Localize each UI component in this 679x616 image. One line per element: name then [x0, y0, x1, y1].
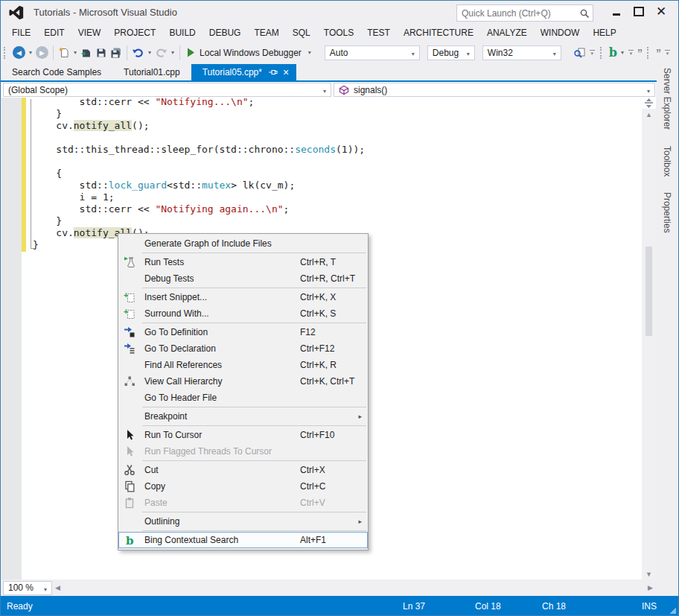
menu-item-label: Debug Tests [144, 273, 194, 284]
new-file-icon [58, 47, 70, 59]
menubar-item-architecture[interactable]: ARCHITECTURE [397, 25, 480, 41]
bing-dropdown[interactable]: ▾ [621, 49, 624, 56]
close-button[interactable]: ✕ [650, 2, 672, 20]
scroll-up-arrow-icon[interactable]: ▲ [642, 111, 656, 118]
menubar-item-window[interactable]: WINDOW [534, 25, 587, 41]
menu-item-go-to-declaration[interactable]: Go To DeclarationCtrl+F12 [118, 340, 368, 357]
editor-bottom-bar: 100 % ▾ ◀ ▶ [1, 580, 656, 596]
menu-item-breakpoint[interactable]: Breakpoint▸ [118, 408, 368, 425]
save-all-button[interactable] [109, 44, 124, 62]
menubar-item-help[interactable]: HELP [586, 25, 622, 41]
toolbar-overflow-button[interactable]: ▾ [665, 50, 670, 56]
pin-icon[interactable] [268, 68, 278, 77]
redo-button[interactable] [153, 44, 169, 62]
scroll-right-arrow-icon[interactable]: ▶ [648, 584, 653, 591]
side-tab-server-explorer[interactable]: Server Explorer [662, 68, 672, 130]
menu-shortcut: Ctrl+F12 [300, 343, 334, 354]
undo-button[interactable] [130, 44, 146, 62]
menu-item-insert-snippet[interactable]: +Insert Snippet...Ctrl+K, X [118, 289, 368, 305]
horizontal-scrollbar-track[interactable] [63, 582, 645, 594]
status-character-number: Ch 18 [542, 601, 566, 612]
submenu-arrow-icon: ▸ [358, 518, 362, 525]
undo-dropdown[interactable]: ▾ [148, 49, 151, 56]
menubar-item-test[interactable]: TEST [360, 25, 397, 41]
quote-snippet-icon[interactable]: ” [656, 47, 661, 59]
solution-configuration-dropdown[interactable]: Auto ▾ [325, 45, 420, 60]
redo-dropdown[interactable]: ▾ [171, 49, 174, 56]
debugger-dropdown[interactable]: ▾ [308, 49, 311, 56]
side-tab-properties[interactable]: Properties [662, 192, 672, 233]
menu-item-copy[interactable]: CopyCtrl+C [118, 478, 368, 495]
zoom-dropdown[interactable]: 100 % ▾ [3, 581, 52, 595]
code-text[interactable]: std::cerr << "Notifying...\n"; } cv.noti… [1, 96, 365, 251]
toolbar-grip[interactable] [647, 47, 651, 59]
new-file-button[interactable] [57, 44, 71, 62]
scroll-left-arrow-icon[interactable]: ◀ [55, 584, 60, 591]
tab-tutorial01-cpp[interactable]: Tutorial01.cpp [112, 64, 191, 80]
side-tab-toolbox[interactable]: Toolbox [662, 146, 672, 177]
menu-separator [142, 288, 366, 288]
code-line [33, 132, 365, 144]
menu-item-cut[interactable]: CutCtrl+X [118, 462, 368, 478]
toolbar-grip[interactable] [600, 47, 604, 59]
bing-search-button[interactable]: b [608, 44, 619, 62]
quick-launch-search[interactable] [456, 4, 593, 22]
resize-grip[interactable] [670, 608, 676, 614]
close-tab-icon[interactable]: × [283, 67, 289, 77]
search-icon[interactable] [579, 8, 590, 19]
menu-item-go-to-header-file[interactable]: Go To Header File [118, 390, 368, 406]
menu-item-run-tests[interactable]: Run TestsCtrl+R, T [118, 254, 368, 270]
menu-item-debug-tests[interactable]: Debug TestsCtrl+R, Ctrl+T [118, 270, 368, 287]
chevron-down-icon: ▾ [412, 51, 415, 57]
maximize-button[interactable] [628, 2, 650, 20]
split-window-handle-icon[interactable] [642, 98, 656, 109]
menubar-item-project[interactable]: PROJECT [107, 25, 162, 41]
tab-label: Tutorial05.cpp* [203, 67, 262, 77]
title-bar[interactable]: Tutorials - Microsoft Visual Studio ✕ [1, 1, 678, 25]
scrollbar-thumb[interactable] [645, 247, 652, 336]
open-file-button[interactable] [79, 44, 94, 62]
navigate-back-button[interactable]: ◀ [11, 44, 27, 62]
menubar-item-file[interactable]: FILE [5, 25, 37, 41]
platform-dropdown[interactable]: Win32 ▾ [482, 45, 561, 60]
toolbar-overflow-button[interactable]: ▾ [628, 50, 634, 56]
member-dropdown[interactable]: signals() ▾ [334, 83, 655, 97]
toolbar-overflow-button[interactable]: ▾ [590, 50, 595, 56]
menubar-item-debug[interactable]: DEBUG [203, 25, 248, 41]
save-button[interactable] [94, 44, 109, 62]
navigate-forward-button[interactable]: ▶ [34, 44, 50, 62]
configuration-dropdown[interactable]: Debug ▾ [427, 45, 475, 60]
menu-item-go-to-definition[interactable]: Go To DefinitionF12 [118, 324, 368, 340]
editor-vertical-scrollbar[interactable]: ▲ ▼ [642, 98, 656, 580]
menu-item-generate-graph-of-include-files[interactable]: Generate Graph of Include Files [118, 235, 368, 252]
start-debugging-button[interactable]: Local Windows Debugger ▾ [183, 48, 317, 58]
menubar-item-view[interactable]: VIEW [71, 25, 108, 41]
quote-snippet-icon[interactable]: ” [637, 47, 643, 59]
scroll-down-arrow-icon[interactable]: ▼ [642, 571, 656, 578]
tab-tutorial05-cpp[interactable]: Tutorial05.cpp*× [191, 64, 296, 80]
menu-shortcut: Ctrl+C [300, 481, 325, 492]
navigate-back-dropdown[interactable]: ▾ [29, 49, 32, 56]
undo-icon [132, 47, 144, 59]
quick-launch-input[interactable] [457, 7, 579, 19]
minimize-button[interactable] [605, 2, 628, 20]
menu-item-bing-contextual-search[interactable]: bBing Contextual SearchAlt+F1 [118, 532, 368, 548]
menu-item-outlining[interactable]: Outlining▸ [118, 513, 368, 530]
menubar-item-edit[interactable]: EDIT [37, 25, 71, 41]
menu-item-view-call-hierarchy[interactable]: View Call HierarchyCtrl+K, Ctrl+T [118, 373, 368, 390]
scope-dropdown[interactable]: (Global Scope) ▾ [3, 83, 331, 97]
new-file-dropdown[interactable]: ▾ [74, 49, 77, 56]
menubar-item-tools[interactable]: TOOLS [317, 25, 360, 41]
menubar-item-sql[interactable]: SQL [286, 25, 317, 41]
side-tool-window-tabs: Server ExplorerToolboxProperties [657, 64, 679, 580]
find-in-files-button[interactable] [572, 44, 587, 62]
menu-item-surround-with[interactable]: +Surround With...Ctrl+K, S [118, 305, 368, 322]
menubar-item-analyze[interactable]: ANALYZE [480, 25, 534, 41]
menu-item-run-to-cursor[interactable]: Run To CursorCtrl+F10 [118, 427, 368, 443]
menubar-item-build[interactable]: BUILD [162, 25, 202, 41]
window-title: Tutorials - Microsoft Visual Studio [34, 7, 177, 18]
menubar-item-team[interactable]: TEAM [247, 25, 285, 41]
toolbar-grip[interactable] [4, 47, 7, 59]
menu-item-find-all-references[interactable]: Find All ReferencesCtrl+K, R [118, 357, 368, 373]
tab-search-code-samples[interactable]: Search Code Samples [1, 64, 112, 80]
